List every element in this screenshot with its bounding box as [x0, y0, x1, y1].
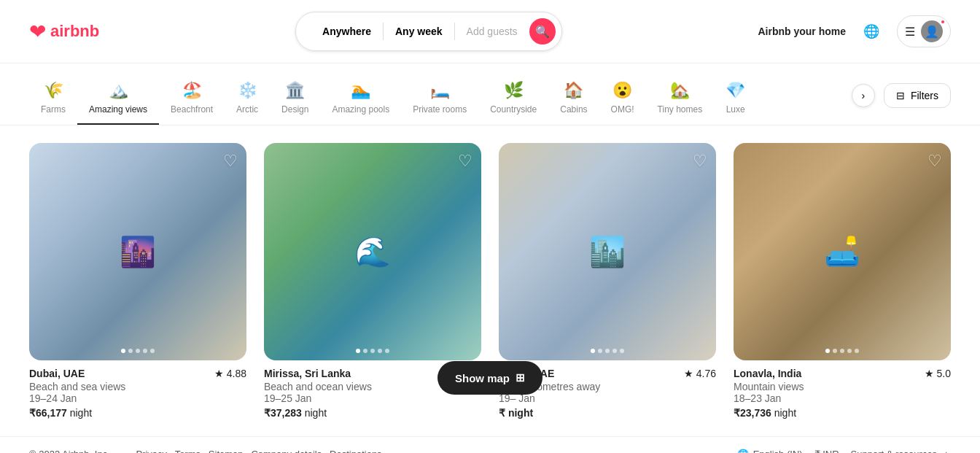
footer-currency-label: ₹ INR [814, 449, 839, 453]
footer-support-label: Support & resources [851, 449, 938, 453]
category-item-luxe[interactable]: 💎 Luxe [714, 75, 757, 125]
category-items: 🌾 Farms 🏔️ Amazing views 🏖️ Beachfront ❄… [29, 75, 852, 125]
guests-search[interactable]: Add guests [455, 26, 529, 37]
category-label-design: Design [281, 104, 308, 115]
img-dot-1 [363, 349, 368, 353]
img-dot-2 [605, 349, 610, 353]
show-map-wrap: Show map ⊞ [438, 361, 542, 395]
footer-link-terms[interactable]: Terms [175, 449, 201, 453]
footer-link-sitemap[interactable]: Sitemap [209, 449, 244, 453]
img-dot-3 [143, 349, 147, 353]
header: ❤ airbnb Anywhere Any week Add guests 🔍 … [0, 0, 980, 63]
category-label-farms: Farms [41, 104, 66, 115]
category-label-arctic: Arctic [236, 104, 258, 115]
listing-dates: 19–24 Jan [29, 392, 209, 404]
listing-card-4[interactable]: 🛋️ ♡ Lonavla, India Mountain views 18–23… [734, 143, 951, 419]
filters-button[interactable]: ⊟ Filters [884, 83, 951, 108]
listing-location: Mirissa, Sri Lanka [264, 368, 443, 379]
category-item-private-rooms[interactable]: 🛏️ Private rooms [401, 75, 478, 125]
rating-value: 4.88 [227, 368, 246, 379]
category-item-tiny-homes[interactable]: 🏡 Tiny homes [646, 75, 715, 125]
listing-rating: ★ 4.88 [214, 368, 246, 379]
category-icon-cabins: 🏠 [564, 81, 583, 100]
footer-left: © 2023 Airbnb, Inc. · Privacy · Terms · … [29, 449, 382, 453]
category-item-farms[interactable]: 🌾 Farms [29, 75, 77, 125]
img-dot-0 [356, 349, 360, 353]
category-icon-design: 🏛️ [285, 81, 305, 100]
wishlist-button[interactable]: ♡ [223, 152, 238, 171]
listing-subtitle: Mountain views [734, 381, 919, 392]
category-item-design[interactable]: 🏛️ Design [270, 75, 320, 125]
category-icon-luxe: 💎 [726, 81, 745, 100]
category-item-countryside[interactable]: 🌿 Countryside [478, 75, 548, 125]
search-bar[interactable]: Anywhere Any week Add guests 🔍 [295, 12, 562, 51]
category-icon-tiny-homes: 🏡 [670, 81, 690, 100]
category-item-omg[interactable]: 😮 OMG! [599, 75, 646, 125]
footer-separator: · [244, 449, 252, 453]
listing-subtitle: Beach and ocean views [264, 381, 443, 392]
img-dot-1 [128, 349, 133, 353]
listing-image-wrap: 🛋️ ♡ [734, 143, 951, 360]
listing-dates: 18–23 Jan [734, 392, 919, 404]
listing-image: 🌆 [29, 143, 246, 360]
location-search[interactable]: Anywhere [311, 26, 383, 37]
show-map-button[interactable]: Show map ⊞ [438, 361, 542, 395]
category-label-omg: OMG! [611, 104, 634, 115]
filters-label: Filters [911, 90, 938, 101]
category-label-beachfront: Beachfront [171, 104, 213, 115]
footer-language-label: English (IN) [753, 449, 803, 453]
wishlist-button[interactable]: ♡ [458, 152, 472, 171]
category-icon-amazing-views: 🏔️ [109, 81, 128, 100]
img-dot-2 [370, 349, 375, 353]
footer-link-company-details[interactable]: Company details [251, 449, 322, 453]
listing-price: ₹23,736 night [734, 407, 919, 419]
footer-right: 🌐 English (IN) ₹ INR Support & resources… [737, 449, 951, 453]
category-scroll-button[interactable]: › [852, 84, 875, 107]
category-icon-omg: 😮 [612, 81, 632, 100]
rating-value: 4.76 [696, 368, 716, 379]
user-menu[interactable]: ☰ 👤 [897, 15, 951, 47]
category-label-countryside: Countryside [490, 104, 537, 115]
footer-language[interactable]: 🌐 English (IN) [737, 449, 803, 453]
category-label-amazing-views: Amazing views [89, 104, 147, 115]
listing-image: 🌊 [264, 143, 481, 360]
footer-copyright: © 2023 Airbnb, Inc. [29, 449, 110, 453]
image-dots [591, 349, 624, 353]
category-nav-right: › ⊟ Filters [852, 83, 951, 117]
footer-support[interactable]: Support & resources ▲ [851, 449, 951, 453]
footer-link-privacy[interactable]: Privacy [136, 449, 167, 453]
category-label-private-rooms: Private rooms [413, 104, 467, 115]
category-item-amazing-pools[interactable]: 🏊 Amazing pools [320, 75, 401, 125]
image-dots [121, 349, 155, 353]
category-item-amazing-views[interactable]: 🏔️ Amazing views [77, 75, 159, 125]
star-icon: ★ [925, 368, 934, 379]
search-icon: 🔍 [535, 25, 550, 39]
category-item-cabins[interactable]: 🏠 Cabins [548, 75, 599, 125]
globe-footer-icon: 🌐 [737, 449, 749, 453]
wishlist-button[interactable]: ♡ [693, 152, 707, 171]
host-link[interactable]: Airbnb your home [758, 26, 846, 37]
search-button[interactable]: 🔍 [529, 18, 556, 44]
language-button[interactable]: 🌐 [858, 18, 885, 45]
listing-info: Lonavla, India Mountain views 18–23 Jan … [734, 368, 951, 419]
map-icon: ⊞ [516, 371, 525, 384]
avatar: 👤 [921, 20, 943, 42]
listing-price-unit: night [774, 407, 796, 419]
listing-rating: ★ 5.0 [925, 368, 951, 379]
star-icon: ★ [214, 368, 224, 379]
show-map-label: Show map [455, 372, 510, 384]
logo[interactable]: ❤ airbnb [29, 20, 99, 44]
img-dot-4 [620, 349, 624, 353]
category-label-cabins: Cabins [560, 104, 587, 115]
listing-card-1[interactable]: 🌆 ♡ Dubai, UAE Beach and sea views 19–24… [29, 143, 246, 419]
category-item-beachfront[interactable]: 🏖️ Beachfront [159, 75, 225, 125]
footer-currency[interactable]: ₹ INR [814, 449, 839, 453]
img-dot-1 [598, 349, 602, 353]
dates-search[interactable]: Any week [384, 26, 454, 37]
footer-link-destinations[interactable]: Destinations [330, 449, 382, 453]
category-item-arctic[interactable]: ❄️ Arctic [225, 75, 270, 125]
footer-links: Privacy · Terms · Sitemap · Company deta… [136, 449, 381, 453]
footer-dot: · [122, 449, 125, 453]
wishlist-button[interactable]: ♡ [928, 152, 942, 171]
star-icon: ★ [684, 368, 693, 379]
